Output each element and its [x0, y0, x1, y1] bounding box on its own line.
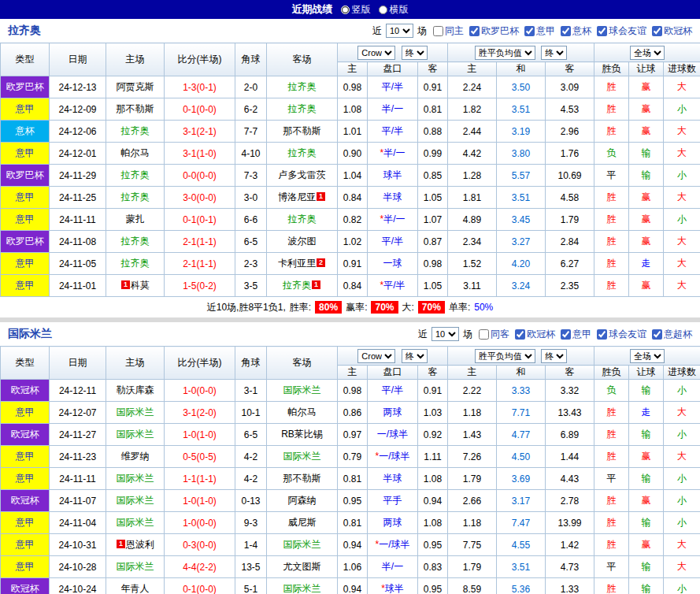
ah-away-odds: 0.85 [418, 165, 448, 187]
away-team-name[interactable]: 尤文图斯 [283, 561, 321, 572]
odds-final-select[interactable]: 终 [541, 46, 567, 60]
competition-filter[interactable]: 意超杯 [652, 328, 692, 341]
home-team-name[interactable]: 勒沃库森 [117, 384, 154, 395]
away-team-name[interactable]: 卡利亚里 [278, 258, 316, 269]
competition-filter[interactable]: 欧冠杯 [515, 328, 555, 341]
home-team-name[interactable]: 阿贾克斯 [117, 81, 154, 92]
away-team-name[interactable]: 博洛尼亚 [278, 191, 316, 202]
corner-cell: 5-1 [235, 578, 267, 594]
home-team-name[interactable]: 国际米兰 [117, 473, 154, 484]
competition-filter[interactable]: 意甲 [524, 24, 555, 38]
away-team-name[interactable]: 卢多戈雷茨 [279, 169, 326, 180]
away-team-name[interactable]: 国际米兰 [283, 451, 321, 462]
col-header-ah-home: 主 [338, 366, 368, 380]
same-venue-filter[interactable]: 同主 [433, 24, 464, 38]
home-team-name[interactable]: 科莫 [131, 280, 150, 291]
odds-final-select[interactable]: 终 [541, 349, 567, 363]
away-team-name[interactable]: 国际米兰 [283, 384, 321, 395]
home-team-name[interactable]: 拉齐奥 [121, 258, 150, 269]
home-team-name[interactable]: 那不勒斯 [117, 103, 154, 114]
home-team-name[interactable]: 拉齐奥 [121, 191, 150, 202]
odds-away: 1.42 [546, 534, 594, 556]
home-team-cell: 国际米兰 [106, 468, 165, 490]
same-venue-filter[interactable]: 同客 [479, 328, 509, 341]
ah-away-odds: 1.11 [418, 446, 448, 468]
away-team-name[interactable]: 那不勒斯 [283, 473, 321, 484]
home-team-cell: 维罗纳 [106, 446, 165, 468]
home-team-name[interactable]: 恩波利 [126, 539, 154, 550]
result-cell: 胜 [594, 98, 629, 121]
home-team-name[interactable]: 维罗纳 [121, 451, 150, 462]
layout-vertical-option[interactable]: 竖版 [341, 3, 371, 17]
home-team-name[interactable]: 国际米兰 [117, 561, 154, 572]
competition-filter[interactable]: 欧罗巴杯 [469, 24, 519, 38]
home-team-name[interactable]: 蒙扎 [126, 213, 145, 225]
away-team-name[interactable]: 阿森纳 [288, 495, 317, 506]
scope-select[interactable]: 全场 [630, 46, 665, 60]
away-team-name[interactable]: 拉齐奥 [283, 280, 311, 291]
score-cell: 2-1(1-1) [165, 253, 235, 275]
away-team-name[interactable]: RB莱比锡 [281, 429, 323, 440]
home-team-name[interactable]: 帕尔马 [121, 147, 150, 158]
competition-filter[interactable]: 意杯 [561, 24, 591, 38]
ah-provider-select[interactable]: Crow [357, 46, 395, 60]
competition-checkbox[interactable] [515, 329, 525, 340]
competition-checkbox[interactable] [561, 26, 571, 36]
competition-checkbox[interactable] [561, 329, 571, 340]
col-header-odds-draw: 和 [497, 366, 546, 380]
away-team-name[interactable]: 拉齐奥 [288, 103, 317, 114]
vertical-radio[interactable] [341, 6, 350, 14]
home-team-name[interactable]: 国际米兰 [117, 495, 154, 506]
competition-checkbox[interactable] [597, 26, 607, 36]
score-cell: 0-5(0-5) [165, 446, 235, 468]
home-team-name[interactable]: 拉齐奥 [121, 236, 150, 247]
home-team-cell: 国际米兰 [106, 512, 165, 534]
games-count-select[interactable]: 10 [386, 24, 413, 38]
home-team-name[interactable]: 拉齐奥 [121, 169, 150, 180]
ah-line-cell: 平/半 [368, 76, 418, 98]
competition-type-badge: 意杯 [1, 121, 50, 143]
away-team-name[interactable]: 帕尔马 [288, 407, 317, 418]
home-team-name[interactable]: 国际米兰 [117, 407, 154, 418]
odds-avg-select[interactable]: 胜平负均值 [475, 349, 535, 363]
layout-horizontal-option[interactable]: 横版 [379, 3, 409, 17]
games-count-select[interactable]: 10 [431, 327, 459, 341]
home-team-name[interactable]: 拉齐奥 [121, 125, 150, 136]
competition-checkbox[interactable] [597, 329, 607, 340]
away-team-name[interactable]: 那不勒斯 [283, 125, 321, 136]
match-date: 24-11-27 [50, 424, 106, 446]
away-team-name[interactable]: 拉齐奥 [288, 81, 317, 92]
horizontal-radio[interactable] [379, 6, 387, 14]
competition-checkbox[interactable] [469, 26, 480, 36]
odds-draw: 7.71 [497, 402, 546, 424]
home-team-name[interactable]: 国际米兰 [117, 517, 154, 528]
away-team-name[interactable]: 国际米兰 [283, 539, 321, 550]
odds-home: 1.18 [448, 402, 497, 424]
odds-avg-select[interactable]: 胜平负均值 [475, 46, 535, 60]
competition-filter[interactable]: 球会友谊 [597, 24, 646, 38]
scope-select[interactable]: 全场 [630, 349, 665, 363]
ah-final-select[interactable]: 终 [402, 46, 428, 60]
ah-line-value: 两球 [383, 517, 402, 528]
competition-filter[interactable]: 球会友谊 [597, 328, 646, 341]
away-team-name[interactable]: 拉齐奥 [288, 147, 317, 158]
home-team-name[interactable]: 国际米兰 [117, 429, 154, 440]
competition-filter[interactable]: 意甲 [561, 328, 591, 341]
competition-label: 欧冠杯 [527, 328, 555, 341]
away-team-name[interactable]: 威尼斯 [288, 517, 317, 528]
away-team-name[interactable]: 波尔图 [288, 236, 317, 247]
col-header-handicap: 让球 [629, 62, 664, 76]
away-team-name[interactable]: 拉齐奥 [288, 213, 317, 225]
competition-checkbox[interactable] [652, 329, 662, 340]
competition-checkbox[interactable] [652, 26, 662, 36]
same-venue-checkbox[interactable] [479, 329, 489, 340]
away-team-name[interactable]: 国际米兰 [283, 583, 321, 594]
ah-final-select[interactable]: 终 [402, 349, 428, 363]
home-team-name[interactable]: 年青人 [121, 583, 150, 594]
competition-filter[interactable]: 欧冠杯 [652, 24, 692, 38]
same-venue-checkbox[interactable] [433, 26, 443, 36]
home-team-cell: 拉齐奥 [106, 253, 165, 275]
ah-provider-select[interactable]: Crow [357, 349, 395, 363]
competition-checkbox[interactable] [524, 26, 535, 36]
home-team-cell: 国际米兰 [106, 490, 165, 512]
